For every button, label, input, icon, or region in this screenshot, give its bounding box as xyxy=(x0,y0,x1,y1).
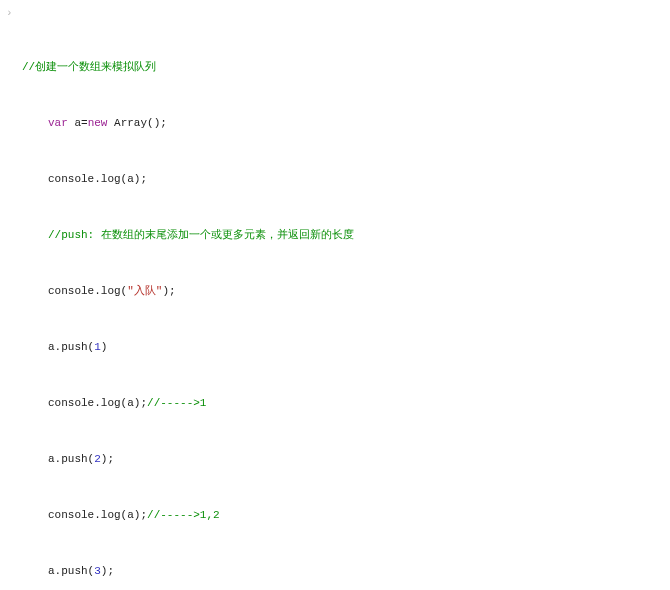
code-text: a.push( xyxy=(48,453,94,465)
code-keyword: new xyxy=(88,117,108,129)
chevron-down-icon: › xyxy=(6,6,13,20)
code-text: ); xyxy=(101,565,114,577)
code-number: 2 xyxy=(94,453,101,465)
code-text: console.log(a); xyxy=(48,173,147,185)
code-text: ); xyxy=(101,453,114,465)
code-text: a.push( xyxy=(48,341,94,353)
code-input-block[interactable]: › //创建一个数组来模拟队列 var a=new Array(); conso… xyxy=(8,4,662,590)
code-text: Array(); xyxy=(107,117,166,129)
code-text: a.push( xyxy=(48,565,94,577)
code-comment: //push: 在数组的末尾添加一个或更多元素，并返回新的长度 xyxy=(48,229,354,241)
code-text: console.log( xyxy=(48,285,127,297)
code-comment: //----->1 xyxy=(147,397,206,409)
code-keyword: var xyxy=(48,117,68,129)
code-string: "入队" xyxy=(127,285,162,297)
code-text: console.log(a); xyxy=(48,397,147,409)
code-text: ) xyxy=(101,341,108,353)
code-text: console.log(a); xyxy=(48,509,147,521)
code-number: 3 xyxy=(94,565,101,577)
code-comment: //----->1,2 xyxy=(147,509,220,521)
code-comment: //创建一个数组来模拟队列 xyxy=(22,61,156,73)
code-text: ); xyxy=(162,285,175,297)
code-number: 1 xyxy=(94,341,101,353)
code-text: a= xyxy=(68,117,88,129)
